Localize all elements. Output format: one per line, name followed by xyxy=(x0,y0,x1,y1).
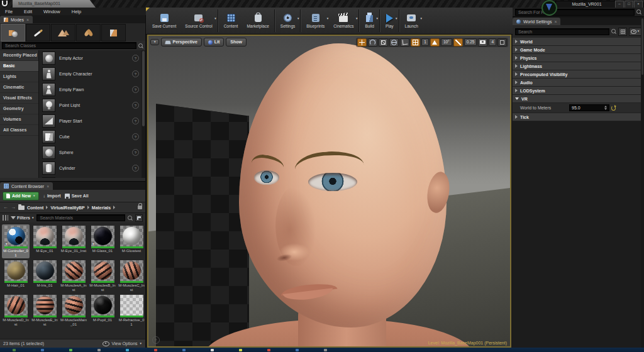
section-game-mode[interactable]: Game Mode xyxy=(513,46,644,53)
list-item-cylinder[interactable]: Cylinder ? xyxy=(39,160,142,176)
category-cinematic[interactable]: Cinematic xyxy=(0,82,38,93)
asset-tile[interactable]: ★ M-Controller_01 xyxy=(2,224,30,258)
category-recently-placed[interactable]: Recently Placed xyxy=(0,50,38,61)
breadcrumb-materials[interactable]: Materials xyxy=(92,206,111,210)
display-options-button[interactable]: ▼ xyxy=(629,28,641,36)
content-button[interactable]: Content xyxy=(219,8,243,34)
search-classes-input[interactable] xyxy=(2,42,136,49)
section-audio[interactable]: Audio xyxy=(513,79,644,86)
help-icon[interactable]: ? xyxy=(132,165,139,172)
grid-snap-button[interactable] xyxy=(411,38,420,47)
asset-tile[interactable]: M-Eye_01 xyxy=(31,224,58,258)
category-basic[interactable]: Basic xyxy=(0,61,38,72)
lock-icon[interactable] xyxy=(138,206,142,209)
asset-tile[interactable]: M-MusclesE_Inst xyxy=(31,294,58,327)
document-tab[interactable]: Mozilla_BaseMap001 xyxy=(13,0,96,8)
camera-speed-value[interactable]: 4 xyxy=(489,38,496,46)
mode-foliage-button[interactable] xyxy=(76,24,101,41)
section-physics[interactable]: Physics xyxy=(513,54,644,62)
filters-button[interactable]: Filters ▼ xyxy=(11,216,34,220)
rotate-tool-button[interactable] xyxy=(368,38,377,47)
mode-place-button[interactable] xyxy=(1,24,25,41)
asset-tile[interactable]: M-Refractive_01 xyxy=(118,294,145,327)
breadcrumb-content[interactable]: Content xyxy=(27,206,43,210)
close-icon[interactable]: × xyxy=(554,19,557,24)
surface-snap-button[interactable] xyxy=(400,38,409,47)
help-icon[interactable]: ? xyxy=(132,149,139,156)
help-icon[interactable]: ? xyxy=(132,70,139,77)
asset-tile[interactable]: M-MusclesMain_01 xyxy=(60,294,87,327)
search-materials-input[interactable] xyxy=(36,214,125,221)
category-visual-effects[interactable]: Visual Effects xyxy=(0,93,38,104)
list-item-empty-character[interactable]: Empty Character ? xyxy=(39,66,142,82)
mode-paint-button[interactable] xyxy=(26,24,50,41)
help-icon[interactable]: ? xyxy=(132,86,139,93)
close-icon[interactable]: × xyxy=(26,18,29,22)
help-icon[interactable]: ? xyxy=(132,102,139,109)
asset-tile[interactable]: M-MusclesA_Inst xyxy=(60,259,87,293)
section-tick[interactable]: Tick xyxy=(513,113,644,121)
reset-to-default-icon[interactable] xyxy=(611,106,616,111)
camera-speed-button[interactable] xyxy=(478,38,487,47)
help-icon[interactable]: ? xyxy=(132,133,139,140)
asset-tile[interactable]: M-Hair_01 xyxy=(2,259,30,293)
sources-panel-toggle[interactable] xyxy=(3,215,8,221)
section-precomputed-visibility[interactable]: Precomputed Visibility xyxy=(513,70,644,78)
help-icon[interactable]: ? xyxy=(132,55,139,62)
menu-edit[interactable]: Edit xyxy=(24,9,32,14)
maximize-viewport-button[interactable] xyxy=(497,38,507,47)
help-icon[interactable]: ? xyxy=(132,118,139,124)
save-search-button[interactable] xyxy=(135,214,143,222)
section-lightmass[interactable]: Lightmass xyxy=(513,62,644,70)
lit-mode-button[interactable]: Lit xyxy=(204,38,225,47)
list-item-point-light[interactable]: Point Light ? xyxy=(39,97,142,113)
modes-scrollbar[interactable] xyxy=(142,50,145,178)
asset-tile[interactable]: M-Pupil_01 xyxy=(89,294,116,327)
list-item-player-start[interactable]: Player Start ? xyxy=(39,113,142,129)
rotation-snap-value[interactable]: 10° xyxy=(441,38,452,46)
property-matrix-button[interactable] xyxy=(618,28,627,36)
import-button[interactable]: ↓ Import xyxy=(43,194,60,198)
save-all-button[interactable]: Save All xyxy=(65,194,89,199)
list-item-sphere[interactable]: Sphere ? xyxy=(39,145,142,160)
world-settings-scrollbar[interactable] xyxy=(641,17,644,348)
blueprints-button[interactable]: Blueprints ▼ xyxy=(302,8,329,34)
cinematics-button[interactable]: Cinematics ▼ xyxy=(329,8,358,34)
close-icon[interactable]: × xyxy=(47,184,49,189)
launch-button[interactable]: Launch ▼ xyxy=(401,8,423,34)
grid-snap-value[interactable]: 1 xyxy=(421,38,429,46)
menu-window[interactable]: Window xyxy=(43,9,60,14)
build-button[interactable]: Build ▼ xyxy=(360,8,378,34)
settings-search-input[interactable] xyxy=(515,28,609,35)
save-current-button[interactable]: Save Current xyxy=(148,8,180,34)
category-volumes[interactable]: Volumes xyxy=(0,114,38,125)
asset-tile[interactable]: M-MusclesC_Inst xyxy=(118,259,145,293)
asset-tile[interactable]: M-MusclesD_Inst xyxy=(2,294,30,327)
tab-modes[interactable]: Modes × xyxy=(0,16,33,23)
settings-button[interactable]: Settings ▼ xyxy=(276,8,300,34)
viewport-options-button[interactable]: ▼ xyxy=(150,39,159,45)
world-local-toggle[interactable] xyxy=(389,38,399,47)
list-item-empty-actor[interactable]: Empty Actor ? xyxy=(39,50,142,66)
tab-content-browser[interactable]: Content Browser × xyxy=(0,182,53,190)
asset-tile[interactable]: M-Iris_01 xyxy=(31,259,58,293)
category-all-classes[interactable]: All Classes xyxy=(0,125,38,136)
menu-help[interactable]: Help xyxy=(72,9,81,14)
forward-arrow-icon[interactable]: → xyxy=(11,205,16,210)
world-to-meters-input[interactable]: 95.0 xyxy=(569,104,609,111)
view-options-button[interactable]: View Options ▼ xyxy=(103,341,142,346)
asset-tile[interactable]: M-MusclesB_Inst xyxy=(89,259,116,293)
help-search-input[interactable] xyxy=(515,9,635,16)
scale-snap-value[interactable]: 0.25 xyxy=(464,38,477,46)
list-item-empty-pawn[interactable]: Empty Pawn ? xyxy=(39,82,142,97)
rotation-snap-button[interactable] xyxy=(430,38,440,47)
asset-tile[interactable]: ★ M-Glass_01 xyxy=(89,224,116,258)
viewport[interactable]: ▼ Perspective Lit Show xyxy=(147,35,511,348)
section-lodsystem[interactable]: LODSystem xyxy=(513,87,644,94)
move-tool-button[interactable] xyxy=(357,38,367,47)
marketplace-button[interactable]: Marketplace xyxy=(242,8,273,34)
add-new-button[interactable]: Add New ▼ xyxy=(3,192,39,201)
category-geometry[interactable]: Geometry xyxy=(0,104,38,114)
show-button[interactable]: Show xyxy=(226,38,247,47)
mode-landscape-button[interactable] xyxy=(51,24,75,41)
